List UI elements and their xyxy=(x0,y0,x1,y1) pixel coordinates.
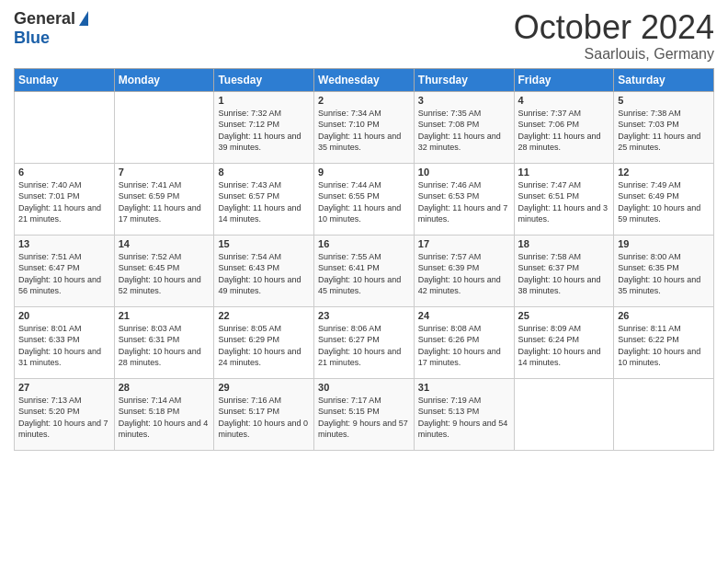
day-info: Sunrise: 7:49 AM Sunset: 6:49 PM Dayligh… xyxy=(618,179,710,225)
day-info: Sunrise: 7:55 AM Sunset: 6:41 PM Dayligh… xyxy=(318,251,410,297)
day-number: 11 xyxy=(518,167,610,178)
day-info: Sunrise: 8:06 AM Sunset: 6:27 PM Dayligh… xyxy=(318,323,410,369)
day-number: 18 xyxy=(518,238,610,249)
day-info: Sunrise: 7:47 AM Sunset: 6:51 PM Dayligh… xyxy=(518,179,610,225)
cell-w4-d4: 23Sunrise: 8:06 AM Sunset: 6:27 PM Dayli… xyxy=(314,306,415,378)
cell-w3-d2: 14Sunrise: 7:52 AM Sunset: 6:45 PM Dayli… xyxy=(114,235,214,306)
cell-w1-d5: 3Sunrise: 7:35 AM Sunset: 7:08 PM Daylig… xyxy=(414,91,514,163)
cell-w1-d3: 1Sunrise: 7:32 AM Sunset: 7:12 PM Daylig… xyxy=(214,91,314,163)
day-info: Sunrise: 7:57 AM Sunset: 6:39 PM Dayligh… xyxy=(418,251,510,297)
cell-w1-d2 xyxy=(114,91,214,163)
day-info: Sunrise: 7:51 AM Sunset: 6:47 PM Dayligh… xyxy=(18,251,110,297)
day-info: Sunrise: 7:38 AM Sunset: 7:03 PM Dayligh… xyxy=(618,108,710,154)
day-number: 5 xyxy=(618,95,710,106)
day-info: Sunrise: 8:00 AM Sunset: 6:35 PM Dayligh… xyxy=(618,251,710,297)
day-info: Sunrise: 7:41 AM Sunset: 6:59 PM Dayligh… xyxy=(119,179,210,225)
title-section: October 2024 Saarlouis, Germany xyxy=(514,9,714,63)
cell-w2-d1: 6Sunrise: 7:40 AM Sunset: 7:01 PM Daylig… xyxy=(15,163,115,235)
cell-w4-d6: 25Sunrise: 8:09 AM Sunset: 6:24 PM Dayli… xyxy=(514,306,614,378)
day-number: 25 xyxy=(518,310,610,321)
day-number: 15 xyxy=(218,238,310,249)
calendar-table: Sunday Monday Tuesday Wednesday Thursday… xyxy=(14,68,714,451)
day-info: Sunrise: 7:34 AM Sunset: 7:10 PM Dayligh… xyxy=(318,108,410,154)
col-thursday: Thursday xyxy=(414,68,514,91)
day-number: 23 xyxy=(318,310,410,321)
logo: General Blue xyxy=(14,9,88,48)
cell-w5-d6 xyxy=(514,378,614,450)
month-title: October 2024 xyxy=(514,9,714,46)
cell-w1-d4: 2Sunrise: 7:34 AM Sunset: 7:10 PM Daylig… xyxy=(314,91,415,163)
day-info: Sunrise: 8:01 AM Sunset: 6:33 PM Dayligh… xyxy=(18,323,110,369)
cell-w1-d6: 4Sunrise: 7:37 AM Sunset: 7:06 PM Daylig… xyxy=(514,91,614,163)
logo-general-text: General xyxy=(14,9,75,29)
cell-w2-d5: 10Sunrise: 7:46 AM Sunset: 6:53 PM Dayli… xyxy=(414,163,514,235)
day-info: Sunrise: 7:19 AM Sunset: 5:13 PM Dayligh… xyxy=(418,395,510,441)
col-saturday: Saturday xyxy=(614,68,714,91)
day-number: 6 xyxy=(18,167,110,178)
day-number: 9 xyxy=(318,167,410,178)
day-number: 27 xyxy=(18,382,110,393)
col-tuesday: Tuesday xyxy=(214,68,314,91)
cell-w5-d5: 31Sunrise: 7:19 AM Sunset: 5:13 PM Dayli… xyxy=(414,378,514,450)
day-info: Sunrise: 7:52 AM Sunset: 6:45 PM Dayligh… xyxy=(119,251,210,297)
logo-triangle-icon xyxy=(79,11,88,26)
cell-w2-d6: 11Sunrise: 7:47 AM Sunset: 6:51 PM Dayli… xyxy=(514,163,614,235)
day-info: Sunrise: 7:17 AM Sunset: 5:15 PM Dayligh… xyxy=(318,395,410,441)
day-info: Sunrise: 8:11 AM Sunset: 6:22 PM Dayligh… xyxy=(618,323,710,369)
cell-w3-d5: 17Sunrise: 7:57 AM Sunset: 6:39 PM Dayli… xyxy=(414,235,514,306)
calendar-header-row: Sunday Monday Tuesday Wednesday Thursday… xyxy=(15,68,714,91)
col-monday: Monday xyxy=(114,68,214,91)
day-number: 19 xyxy=(618,238,710,249)
day-info: Sunrise: 7:16 AM Sunset: 5:17 PM Dayligh… xyxy=(218,395,310,441)
header: General Blue October 2024 Saarlouis, Ger… xyxy=(14,9,714,63)
day-number: 20 xyxy=(18,310,110,321)
day-info: Sunrise: 7:35 AM Sunset: 7:08 PM Dayligh… xyxy=(418,108,510,154)
day-number: 3 xyxy=(418,95,510,106)
cell-w2-d7: 12Sunrise: 7:49 AM Sunset: 6:49 PM Dayli… xyxy=(614,163,714,235)
cell-w4-d7: 26Sunrise: 8:11 AM Sunset: 6:22 PM Dayli… xyxy=(614,306,714,378)
day-info: Sunrise: 7:14 AM Sunset: 5:18 PM Dayligh… xyxy=(119,395,210,441)
week-row-1: 1Sunrise: 7:32 AM Sunset: 7:12 PM Daylig… xyxy=(15,91,714,163)
cell-w1-d7: 5Sunrise: 7:38 AM Sunset: 7:03 PM Daylig… xyxy=(614,91,714,163)
day-number: 29 xyxy=(218,382,310,393)
day-number: 1 xyxy=(218,95,310,106)
day-info: Sunrise: 8:03 AM Sunset: 6:31 PM Dayligh… xyxy=(119,323,210,369)
day-number: 31 xyxy=(418,382,510,393)
cell-w5-d4: 30Sunrise: 7:17 AM Sunset: 5:15 PM Dayli… xyxy=(314,378,415,450)
page-container: General Blue October 2024 Saarlouis, Ger… xyxy=(0,0,728,460)
cell-w2-d4: 9Sunrise: 7:44 AM Sunset: 6:55 PM Daylig… xyxy=(314,163,415,235)
day-number: 28 xyxy=(119,382,210,393)
day-number: 17 xyxy=(418,238,510,249)
logo-blue-text: Blue xyxy=(14,29,50,48)
cell-w4-d2: 21Sunrise: 8:03 AM Sunset: 6:31 PM Dayli… xyxy=(114,306,214,378)
cell-w3-d6: 18Sunrise: 7:58 AM Sunset: 6:37 PM Dayli… xyxy=(514,235,614,306)
day-number: 24 xyxy=(418,310,510,321)
day-number: 21 xyxy=(119,310,210,321)
cell-w4-d1: 20Sunrise: 8:01 AM Sunset: 6:33 PM Dayli… xyxy=(15,306,115,378)
cell-w3-d7: 19Sunrise: 8:00 AM Sunset: 6:35 PM Dayli… xyxy=(614,235,714,306)
cell-w3-d4: 16Sunrise: 7:55 AM Sunset: 6:41 PM Dayli… xyxy=(314,235,415,306)
cell-w5-d2: 28Sunrise: 7:14 AM Sunset: 5:18 PM Dayli… xyxy=(114,378,214,450)
day-info: Sunrise: 7:44 AM Sunset: 6:55 PM Dayligh… xyxy=(318,179,410,225)
week-row-4: 20Sunrise: 8:01 AM Sunset: 6:33 PM Dayli… xyxy=(15,306,714,378)
day-number: 8 xyxy=(218,167,310,178)
cell-w3-d1: 13Sunrise: 7:51 AM Sunset: 6:47 PM Dayli… xyxy=(15,235,115,306)
week-row-5: 27Sunrise: 7:13 AM Sunset: 5:20 PM Dayli… xyxy=(15,378,714,450)
day-number: 10 xyxy=(418,167,510,178)
col-sunday: Sunday xyxy=(15,68,115,91)
cell-w2-d2: 7Sunrise: 7:41 AM Sunset: 6:59 PM Daylig… xyxy=(114,163,214,235)
day-info: Sunrise: 7:58 AM Sunset: 6:37 PM Dayligh… xyxy=(518,251,610,297)
day-number: 4 xyxy=(518,95,610,106)
day-info: Sunrise: 8:05 AM Sunset: 6:29 PM Dayligh… xyxy=(218,323,310,369)
day-info: Sunrise: 7:40 AM Sunset: 7:01 PM Dayligh… xyxy=(18,179,110,225)
day-info: Sunrise: 8:09 AM Sunset: 6:24 PM Dayligh… xyxy=(518,323,610,369)
cell-w5-d1: 27Sunrise: 7:13 AM Sunset: 5:20 PM Dayli… xyxy=(15,378,115,450)
day-info: Sunrise: 7:32 AM Sunset: 7:12 PM Dayligh… xyxy=(218,108,310,154)
cell-w2-d3: 8Sunrise: 7:43 AM Sunset: 6:57 PM Daylig… xyxy=(214,163,314,235)
day-number: 14 xyxy=(119,238,210,249)
day-info: Sunrise: 7:43 AM Sunset: 6:57 PM Dayligh… xyxy=(218,179,310,225)
day-number: 22 xyxy=(218,310,310,321)
location: Saarlouis, Germany xyxy=(514,46,714,63)
day-info: Sunrise: 7:46 AM Sunset: 6:53 PM Dayligh… xyxy=(418,179,510,225)
day-info: Sunrise: 7:37 AM Sunset: 7:06 PM Dayligh… xyxy=(518,108,610,154)
